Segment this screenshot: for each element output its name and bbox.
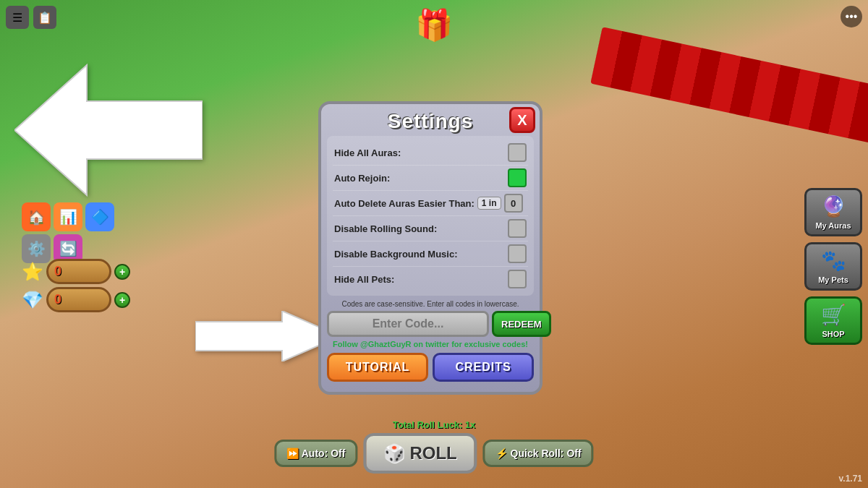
screenshot-icon[interactable]: 📋 — [33, 6, 56, 29]
total-luck-text: Total Roll Luck: 1x — [393, 419, 476, 430]
star-icon: ⭐ — [22, 262, 43, 282]
top-left-toolbar: ☰ 📋 — [6, 6, 56, 29]
auras-icon: 🔮 — [821, 194, 846, 218]
right-panel: 🔮 My Auras 🐾 My Pets 🛒 SHOP — [804, 188, 862, 345]
arrow-left — [14, 58, 203, 202]
arrow-button[interactable]: 🔷 — [85, 202, 114, 231]
gem-value: 0 — [54, 292, 61, 307]
pets-icon: 🐾 — [821, 249, 846, 273]
gem-icon: 💎 — [22, 290, 43, 310]
hide-pets-row: Hide All Pets: — [333, 267, 528, 291]
shop-button[interactable]: 🛒 SHOP — [804, 296, 862, 345]
aura-fraction: 1 in — [477, 197, 501, 210]
shop-icon: 🛒 — [821, 303, 846, 327]
bottom-buttons: TUTORIAL CREDITS — [327, 353, 534, 382]
side-toolbar: 🏠 📊 🔷 ⚙️ 🔄 — [22, 202, 114, 263]
bottom-bar: Total Roll Luck: 1x ⏩ Auto: Off 🎲 ROLL ⚡… — [274, 419, 593, 474]
disable-bg-music-row: Disable Background Music: — [333, 241, 528, 267]
auto-delete-label: Auto Delete Auras Easier Than: — [334, 198, 475, 209]
credits-button[interactable]: CREDITS — [433, 353, 534, 382]
hide-auras-row: Hide All Auras: — [333, 140, 528, 166]
hide-pets-toggle[interactable] — [508, 270, 527, 288]
aura-num[interactable]: 0 — [504, 194, 523, 213]
version-label: v.1.71 — [839, 474, 862, 484]
auto-rejoin-row: Auto Rejoin: — [333, 166, 528, 191]
quick-roll-button[interactable]: ⚡ Quick Roll: Off — [483, 440, 594, 467]
redeem-button[interactable]: REDEEM — [492, 311, 551, 337]
disable-bg-music-toggle[interactable] — [508, 244, 527, 263]
auto-rejoin-toggle[interactable] — [508, 168, 527, 187]
disable-rolling-sound-toggle[interactable] — [508, 219, 527, 238]
auto-delete-row: Auto Delete Auras Easier Than: 1 in 0 — [333, 191, 528, 216]
close-button[interactable]: X — [509, 107, 535, 133]
hide-auras-label: Hide All Auras: — [334, 147, 401, 158]
pets-label: My Pets — [818, 275, 848, 284]
auto-delete-label-group: Auto Delete Auras Easier Than: 1 in 0 — [334, 194, 523, 213]
settings-modal: Settings X Hide All Auras: Auto Rejoin: … — [318, 101, 542, 395]
home-button[interactable]: 🏠 — [22, 202, 51, 231]
star-plus-button[interactable]: + — [114, 264, 130, 280]
settings-title: Settings — [388, 110, 473, 133]
action-buttons: ⏩ Auto: Off 🎲 ROLL ⚡ Quick Roll: Off — [274, 433, 593, 474]
star-resource-bar: 0 — [46, 259, 111, 284]
settings-title-bar: Settings X — [321, 104, 540, 136]
auto-button[interactable]: ⏩ Auto: Off — [274, 440, 357, 467]
code-input-row: REDEEM — [327, 311, 534, 337]
roll-label: ROLL — [409, 443, 456, 463]
settings-content: Hide All Auras: Auto Rejoin: Auto Delete… — [327, 136, 534, 296]
disable-rolling-sound-label: Disable Rolling Sound: — [334, 223, 437, 234]
code-input[interactable] — [327, 311, 489, 337]
auto-rejoin-label: Auto Rejoin: — [334, 173, 390, 184]
disable-rolling-sound-row: Disable Rolling Sound: — [333, 216, 528, 241]
auras-label: My Auras — [815, 221, 851, 230]
my-pets-button[interactable]: 🐾 My Pets — [804, 242, 862, 291]
menu-icon[interactable]: ☰ — [6, 6, 29, 29]
gift-button[interactable]: 🎁 — [415, 7, 453, 43]
star-value: 0 — [54, 264, 61, 279]
gem-plus-button[interactable]: + — [114, 292, 130, 308]
code-note: Codes are case-sensitive. Enter all code… — [327, 300, 534, 308]
twitter-note: Follow @GhaztGuyR on twitter for exclusi… — [327, 340, 534, 348]
hide-auras-toggle[interactable] — [508, 143, 527, 162]
shop-label: SHOP — [822, 330, 844, 338]
tutorial-button[interactable]: TUTORIAL — [327, 353, 428, 382]
hide-pets-label: Hide All Pets: — [334, 274, 394, 285]
my-auras-button[interactable]: 🔮 My Auras — [804, 188, 862, 236]
chart-button[interactable]: 📊 — [54, 202, 82, 231]
more-options-button[interactable]: ••• — [841, 6, 862, 27]
svg-marker-0 — [14, 65, 203, 195]
code-section: Codes are case-sensitive. Enter all code… — [327, 300, 534, 348]
roll-dice-icon: 🎲 — [383, 443, 405, 463]
resource-bars: ⭐ 0 + 💎 0 + — [22, 259, 130, 312]
gem-resource-bar: 0 — [46, 287, 111, 312]
roll-button[interactable]: 🎲 ROLL — [363, 433, 477, 474]
disable-bg-music-label: Disable Background Music: — [334, 249, 457, 260]
